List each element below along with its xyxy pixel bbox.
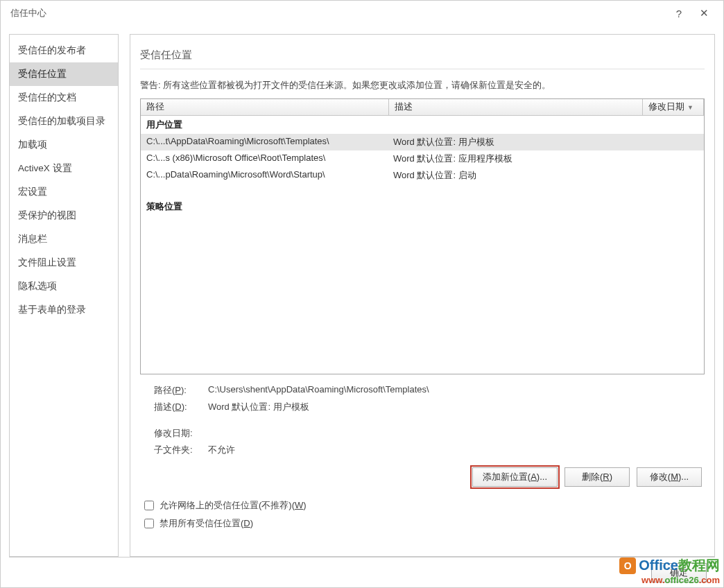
- ok-button[interactable]: 确定: [651, 563, 707, 582]
- group-policy-locations: 策略位置: [141, 198, 704, 216]
- warning-text: 警告: 所有这些位置都被视为打开文件的受信任来源。如果您更改或添加位置，请确保新…: [140, 79, 705, 92]
- sidebar-item-trusted-documents[interactable]: 受信任的文档: [10, 86, 118, 110]
- sidebar-item-trusted-locations[interactable]: 受信任位置: [10, 62, 118, 86]
- col-desc[interactable]: 描述: [389, 99, 643, 115]
- detail-sub-value: 不允许: [208, 444, 705, 456]
- modify-button[interactable]: 修改(M)...: [637, 467, 702, 487]
- sidebar: 受信任的发布者 受信任位置 受信任的文档 受信任的加载项目录 加载项 Activ…: [9, 34, 119, 557]
- cell-path: C:\...t\AppData\Roaming\Microsoft\Templa…: [146, 136, 393, 148]
- cell-desc: Word 默认位置: 用户模板: [393, 136, 704, 148]
- col-date[interactable]: 修改日期 ▼: [643, 99, 704, 115]
- content-panel: 受信任位置 警告: 所有这些位置都被视为打开文件的受信任来源。如果您更改或添加位…: [130, 34, 715, 557]
- detail-desc-value: Word 默认位置: 用户模板: [208, 401, 705, 413]
- divider: [140, 69, 705, 69]
- group-user-locations: 用户位置: [141, 116, 704, 134]
- section-title: 受信任位置: [140, 43, 705, 69]
- cell-desc: Word 默认位置: 应用程序模板: [393, 153, 704, 165]
- trust-center-dialog: 信任中心 ? ✕ 受信任的发布者 受信任位置 受信任的文档 受信任的加载项目录 …: [0, 0, 724, 588]
- table-body: 用户位置 C:\...t\AppData\Roaming\Microsoft\T…: [141, 116, 704, 216]
- sidebar-item-macro[interactable]: 宏设置: [10, 180, 118, 204]
- sidebar-item-message-bar[interactable]: 消息栏: [10, 227, 118, 251]
- sidebar-item-addins[interactable]: 加载项: [10, 133, 118, 157]
- table-row[interactable]: C:\...s (x86)\Microsoft Office\Root\Temp…: [141, 150, 704, 167]
- detail-desc-label: 描述(D):: [154, 401, 208, 413]
- cell-path: C:\...pData\Roaming\Microsoft\Word\Start…: [146, 169, 393, 182]
- help-button[interactable]: ?: [666, 1, 691, 26]
- disable-all-input[interactable]: [144, 519, 154, 528]
- table-row[interactable]: C:\...t\AppData\Roaming\Microsoft\Templa…: [141, 134, 704, 150]
- table-header: 路径 描述 修改日期 ▼: [141, 99, 704, 116]
- sidebar-item-file-block[interactable]: 文件阻止设置: [10, 251, 118, 275]
- add-location-button[interactable]: 添加新位置(A)...: [472, 467, 558, 487]
- titlebar: 信任中心 ? ✕: [1, 1, 723, 26]
- sidebar-item-trusted-publishers[interactable]: 受信任的发布者: [10, 39, 118, 62]
- disable-all-label: 禁用所有受信任位置(D): [160, 517, 253, 530]
- table-row[interactable]: C:\...pData\Roaming\Microsoft\Word\Start…: [141, 167, 704, 184]
- detail-date-value: [208, 427, 705, 440]
- dialog-body: 受信任的发布者 受信任位置 受信任的文档 受信任的加载项目录 加载项 Activ…: [1, 26, 723, 557]
- dialog-title: 信任中心: [8, 7, 666, 19]
- sort-arrow-icon: ▼: [687, 104, 693, 111]
- allow-network-input[interactable]: [144, 501, 154, 510]
- close-button[interactable]: ✕: [691, 1, 716, 26]
- detail-date-label: 修改日期:: [154, 427, 208, 440]
- detail-path-value: C:\Users\shent\AppData\Roaming\Microsoft…: [208, 384, 705, 397]
- cell-path: C:\...s (x86)\Microsoft Office\Root\Temp…: [146, 153, 393, 165]
- allow-network-checkbox[interactable]: 允许网络上的受信任位置(不推荐)(W): [144, 499, 705, 512]
- detail-path-label: 路径(P):: [154, 384, 208, 397]
- sidebar-item-activex[interactable]: ActiveX 设置: [10, 157, 118, 180]
- disable-all-checkbox[interactable]: 禁用所有受信任位置(D): [144, 517, 705, 530]
- allow-network-label: 允许网络上的受信任位置(不推荐)(W): [160, 499, 307, 512]
- detail-sub-label: 子文件夹:: [154, 444, 208, 456]
- sidebar-item-form-login[interactable]: 基于表单的登录: [10, 298, 118, 322]
- dialog-footer: 确定: [9, 557, 715, 587]
- button-row: 添加新位置(A)... 删除(R) 修改(M)...: [140, 467, 705, 487]
- checkbox-group: 允许网络上的受信任位置(不推荐)(W) 禁用所有受信任位置(D): [140, 499, 705, 535]
- details-panel: 路径(P): C:\Users\shent\AppData\Roaming\Mi…: [140, 384, 705, 460]
- locations-table: 路径 描述 修改日期 ▼ 用户位置 C:\...t\AppData\Roamin…: [140, 98, 705, 374]
- col-date-label: 修改日期: [648, 101, 684, 113]
- col-path[interactable]: 路径: [141, 99, 389, 115]
- sidebar-item-protected-view[interactable]: 受保护的视图: [10, 204, 118, 227]
- sidebar-item-privacy[interactable]: 隐私选项: [10, 275, 118, 298]
- sidebar-item-trusted-addin-catalogs[interactable]: 受信任的加载项目录: [10, 110, 118, 133]
- cell-desc: Word 默认位置: 启动: [393, 169, 704, 182]
- remove-button[interactable]: 删除(R): [564, 467, 630, 487]
